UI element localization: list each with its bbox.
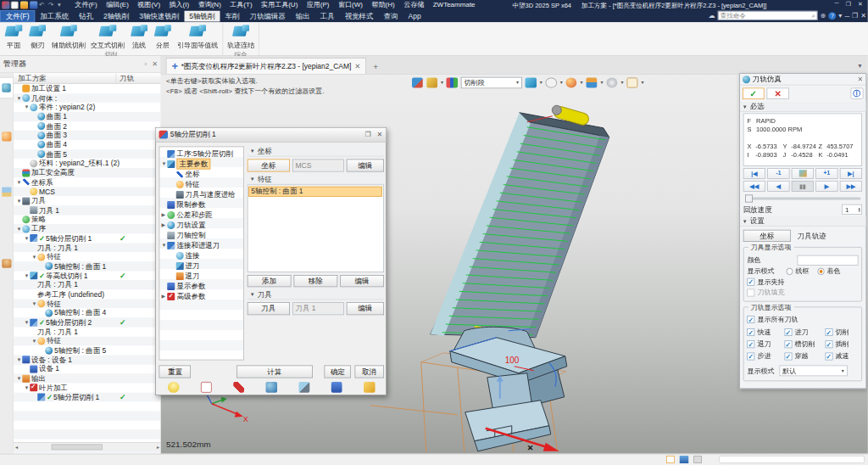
check-快速[interactable]: ✓快速	[747, 328, 784, 337]
tree-row[interactable]: ▼特征	[14, 336, 161, 345]
tree-row[interactable]: ▼特征	[14, 252, 161, 261]
tree-row[interactable]: MCS	[14, 187, 161, 196]
section-coord[interactable]: ▼坐标	[248, 147, 384, 157]
new-tab-button[interactable]: +	[373, 62, 378, 71]
check-穿越[interactable]: ✓穿越	[784, 352, 825, 361]
path-display-mode-select[interactable]: 默认▾	[780, 365, 848, 376]
edit-note-icon[interactable]	[192, 381, 220, 395]
sim-section-settings[interactable]: ▼设置	[740, 216, 866, 227]
dialog-float-icon[interactable]: ❐	[364, 131, 370, 139]
ribbon-tab-5轴铣削[interactable]: 5轴铣削	[184, 10, 220, 21]
machine-sim-icon[interactable]	[257, 381, 286, 395]
playback-speed-spinner[interactable]: 1▲▼	[842, 204, 862, 215]
step-forward-button[interactable]: +1	[815, 168, 837, 179]
check-进刀[interactable]: ✓进刀	[784, 328, 825, 337]
section-filter-combo[interactable]: 切削段▾	[461, 77, 522, 88]
menu-文件(F)[interactable]: 文件(F)	[70, 1, 102, 10]
tree-row[interactable]: ▼✓5轴分层切削 1✓	[14, 233, 161, 243]
tree-row[interactable]: 策略	[14, 215, 161, 224]
tree-row[interactable]: 刀具 : 刀具 1	[14, 280, 161, 289]
panel-collapse-icon[interactable]: ▼	[857, 63, 863, 70]
doc-restore-button[interactable]: ❐	[852, 12, 858, 20]
dialog-tree-公差和步距[interactable]: ▶公差和步距	[159, 210, 242, 220]
calculate-button[interactable]: 计算	[236, 366, 313, 378]
tree-row[interactable]: 5轴控制 : 曲面 4	[14, 308, 161, 317]
save-toolpath-icon[interactable]	[322, 381, 351, 395]
feature-item-selected[interactable]: 5轴控制 : 曲面 1	[248, 186, 382, 196]
dialog-tree-高级参数[interactable]: ▶高级参数	[159, 291, 242, 301]
toolpath-icon[interactable]	[225, 381, 253, 395]
manager-tab-cam[interactable]	[0, 77, 14, 99]
wireframe-mode-icon[interactable]	[546, 77, 557, 87]
go-start-button[interactable]: |◀	[743, 168, 765, 179]
globe-icon[interactable]: ⊕	[821, 12, 826, 20]
ribbon-button-引导面等值线[interactable]: 引导面等值线	[175, 23, 220, 50]
tree-row[interactable]: ▼叶片加工	[14, 383, 161, 392]
menu-编辑(E)[interactable]: 编辑(E)	[102, 1, 133, 10]
tree-row[interactable]: 曲面 4	[14, 140, 161, 149]
tool-display-button[interactable]	[792, 168, 814, 179]
tab-close-icon[interactable]: ✕	[354, 62, 360, 70]
ribbon-button-轨迹连结[interactable]: 轨迹连结	[225, 23, 257, 50]
redo-icon[interactable]: ↷	[48, 2, 56, 9]
tree-row[interactable]: 加工设置 1	[14, 84, 161, 93]
tree-row[interactable]: ▼工序	[14, 224, 161, 233]
tree-row[interactable]: ▼特征	[14, 299, 161, 308]
restore-button[interactable]: ❐	[843, 0, 854, 7]
tips-bulb-icon[interactable]	[159, 381, 188, 395]
check-切削[interactable]: ✓切削	[825, 328, 859, 337]
manager-hscrollbar[interactable]: ◂▸	[14, 442, 161, 451]
tree-row[interactable]: 5轴控制 : 曲面 1	[14, 261, 161, 271]
menu-视图(V)[interactable]: 视图(V)	[133, 1, 164, 10]
help-icon[interactable]: ?	[828, 12, 836, 20]
radio-shaded[interactable]: 着色	[818, 267, 841, 277]
menu-窗口(W)[interactable]: 窗口(W)	[334, 1, 367, 10]
doc-minimize-button[interactable]: ─	[844, 12, 849, 20]
dialog-tree-主要参数[interactable]: ▼主要参数	[159, 159, 242, 169]
manager-tab-assembly[interactable]	[0, 126, 14, 148]
tree-row[interactable]: ▼✓5轴分层切削 2✓	[14, 317, 161, 327]
menu-实用工具(U)[interactable]: 实用工具(U)	[257, 1, 303, 10]
ribbon-button-交互式切削[interactable]: 交互式切削	[88, 23, 127, 50]
feature-remove-button[interactable]: 移除	[293, 275, 337, 287]
ribbon-button-分层[interactable]: 分层	[151, 23, 175, 50]
feature-add-button[interactable]: 添加	[248, 275, 292, 287]
check-退刀[interactable]: ✓退刀	[747, 339, 784, 349]
minimize-button[interactable]: ─	[831, 0, 843, 7]
dialog-tree-限制参数[interactable]: 限制参数	[159, 199, 242, 210]
ribbon-button-辅助线切削[interactable]: 辅助线切削	[49, 23, 88, 50]
tree-row[interactable]: 参考工序 (undefined)	[14, 289, 161, 299]
ribbon-tab-文件(F)[interactable]: 文件(F)	[0, 10, 35, 23]
ribbon-button-侧刃[interactable]: 侧刃	[25, 23, 49, 50]
save-icon[interactable]	[30, 2, 37, 9]
tool-value-field[interactable]: 刀具 1	[292, 302, 344, 315]
ribbon-tab-工具[interactable]: 工具	[315, 10, 340, 21]
step-back-button[interactable]: -1	[767, 168, 789, 179]
feature-list[interactable]: 5轴控制 : 曲面 1	[248, 185, 384, 273]
render-image-icon[interactable]	[587, 77, 598, 87]
coord-value-field[interactable]: MCS	[292, 160, 344, 172]
tree-row[interactable]: 加工安全高度	[14, 168, 161, 177]
reset-button[interactable]: 重置	[159, 366, 192, 378]
rewind-button[interactable]: ◀◀	[743, 181, 765, 192]
section-tool[interactable]: ▼刀具	[248, 289, 384, 300]
ribbon-tab-输出[interactable]: 输出	[291, 10, 315, 21]
dialog-tree-工序:5轴分层切削[interactable]: 工序:5轴分层切削	[159, 148, 242, 159]
color-field[interactable]	[798, 255, 859, 265]
sim-coord-button[interactable]: 坐标	[743, 230, 791, 242]
tool-edit-button[interactable]: 编辑	[347, 302, 384, 315]
ribbon-tab-App[interactable]: App	[403, 12, 426, 21]
sim-ok-button[interactable]: ✓	[743, 87, 765, 99]
tree-row[interactable]: 5轴控制 : 曲面 5	[14, 345, 161, 355]
dialog-tree-刀轨设置[interactable]: ▶刀轨设置	[159, 220, 242, 230]
sim-info-button[interactable]: ⓘ	[850, 87, 863, 99]
sim-cancel-button[interactable]: ✕	[767, 87, 789, 99]
ribbon-tab-加工系统[interactable]: 加工系统	[35, 10, 74, 21]
navigation-compass-icon[interactable]	[607, 77, 618, 87]
viewport-layout-icon[interactable]	[626, 77, 637, 87]
status-window-icon[interactable]	[666, 456, 675, 463]
coord-button[interactable]: 坐标	[248, 160, 290, 172]
tree-row[interactable]: 曲面 1	[14, 112, 161, 121]
open-file-icon[interactable]	[20, 2, 28, 9]
tool-check-icon[interactable]	[290, 381, 319, 395]
